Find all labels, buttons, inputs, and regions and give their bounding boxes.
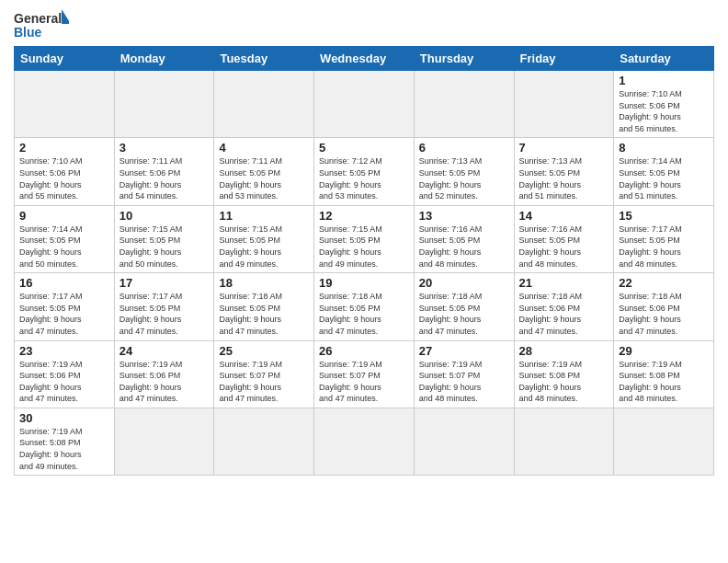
day-info: Sunrise: 7:14 AMSunset: 5:05 PMDaylight:… xyxy=(19,224,109,270)
calendar-cell: 17Sunrise: 7:17 AMSunset: 5:05 PMDayligh… xyxy=(114,273,214,340)
day-number: 29 xyxy=(619,344,709,358)
day-info: Sunrise: 7:19 AMSunset: 5:07 PMDaylight:… xyxy=(319,359,409,405)
day-number: 5 xyxy=(319,141,409,155)
day-info: Sunrise: 7:18 AMSunset: 5:05 PMDaylight:… xyxy=(419,291,509,337)
calendar-cell: 22Sunrise: 7:18 AMSunset: 5:06 PMDayligh… xyxy=(614,273,714,340)
day-number: 9 xyxy=(19,209,109,223)
day-info: Sunrise: 7:19 AMSunset: 5:07 PMDaylight:… xyxy=(419,359,509,405)
day-info: Sunrise: 7:16 AMSunset: 5:05 PMDaylight:… xyxy=(419,224,509,270)
col-header-tuesday: Tuesday xyxy=(214,47,314,71)
day-info: Sunrise: 7:15 AMSunset: 5:05 PMDaylight:… xyxy=(119,224,210,270)
col-header-thursday: Thursday xyxy=(414,47,514,71)
calendar-cell: 15Sunrise: 7:17 AMSunset: 5:05 PMDayligh… xyxy=(614,205,714,272)
calendar-week-row: 23Sunrise: 7:19 AMSunset: 5:06 PMDayligh… xyxy=(15,340,714,408)
day-number: 20 xyxy=(419,276,509,290)
calendar-cell: 27Sunrise: 7:19 AMSunset: 5:07 PMDayligh… xyxy=(414,340,514,408)
day-info: Sunrise: 7:19 AMSunset: 5:07 PMDaylight:… xyxy=(219,359,309,405)
day-info: Sunrise: 7:15 AMSunset: 5:05 PMDaylight:… xyxy=(319,224,409,270)
calendar-cell: 13Sunrise: 7:16 AMSunset: 5:05 PMDayligh… xyxy=(414,205,514,272)
day-info: Sunrise: 7:17 AMSunset: 5:05 PMDaylight:… xyxy=(119,291,210,337)
calendar-cell: 20Sunrise: 7:18 AMSunset: 5:05 PMDayligh… xyxy=(414,273,514,340)
day-info: Sunrise: 7:18 AMSunset: 5:06 PMDaylight:… xyxy=(619,291,709,337)
day-number: 18 xyxy=(219,276,309,290)
calendar-cell: 8Sunrise: 7:14 AMSunset: 5:05 PMDaylight… xyxy=(614,138,714,205)
day-info: Sunrise: 7:18 AMSunset: 5:05 PMDaylight:… xyxy=(319,291,409,337)
calendar-cell: 6Sunrise: 7:13 AMSunset: 5:05 PMDaylight… xyxy=(414,138,514,205)
day-number: 30 xyxy=(19,411,109,425)
calendar-cell: 23Sunrise: 7:19 AMSunset: 5:06 PMDayligh… xyxy=(15,340,115,408)
calendar-cell xyxy=(514,71,614,138)
calendar-cell xyxy=(414,71,514,138)
calendar-cell: 14Sunrise: 7:16 AMSunset: 5:05 PMDayligh… xyxy=(514,205,614,272)
day-number: 26 xyxy=(319,344,409,358)
day-info: Sunrise: 7:14 AMSunset: 5:05 PMDaylight:… xyxy=(619,155,709,201)
calendar-cell xyxy=(15,71,115,138)
day-number: 8 xyxy=(619,141,709,155)
col-header-friday: Friday xyxy=(514,47,614,71)
day-info: Sunrise: 7:19 AMSunset: 5:08 PMDaylight:… xyxy=(19,426,109,472)
logo: General Blue xyxy=(14,9,69,42)
day-number: 12 xyxy=(319,209,409,223)
calendar-cell: 26Sunrise: 7:19 AMSunset: 5:07 PMDayligh… xyxy=(314,340,415,408)
day-number: 13 xyxy=(419,209,509,223)
day-info: Sunrise: 7:15 AMSunset: 5:05 PMDaylight:… xyxy=(219,224,309,270)
day-number: 1 xyxy=(619,74,709,87)
calendar-cell: 3Sunrise: 7:11 AMSunset: 5:06 PMDaylight… xyxy=(114,138,214,205)
day-info: Sunrise: 7:11 AMSunset: 5:06 PMDaylight:… xyxy=(119,155,210,201)
calendar-cell: 25Sunrise: 7:19 AMSunset: 5:07 PMDayligh… xyxy=(214,340,314,408)
calendar-cell: 9Sunrise: 7:14 AMSunset: 5:05 PMDaylight… xyxy=(15,205,115,272)
calendar-week-row: 1Sunrise: 7:10 AMSunset: 5:06 PMDaylight… xyxy=(15,71,714,138)
calendar-cell xyxy=(314,71,415,138)
calendar-cell xyxy=(614,408,714,475)
calendar-cell: 19Sunrise: 7:18 AMSunset: 5:05 PMDayligh… xyxy=(314,273,415,340)
calendar-cell: 11Sunrise: 7:15 AMSunset: 5:05 PMDayligh… xyxy=(214,205,314,272)
day-number: 25 xyxy=(219,344,309,358)
day-number: 11 xyxy=(219,209,309,223)
calendar-cell xyxy=(314,408,415,475)
day-number: 6 xyxy=(419,141,509,155)
calendar-cell: 5Sunrise: 7:12 AMSunset: 5:05 PMDaylight… xyxy=(314,138,415,205)
calendar-header-row: SundayMondayTuesdayWednesdayThursdayFrid… xyxy=(15,47,714,71)
day-info: Sunrise: 7:10 AMSunset: 5:06 PMDaylight:… xyxy=(619,88,709,134)
day-info: Sunrise: 7:12 AMSunset: 5:05 PMDaylight:… xyxy=(319,155,409,201)
calendar-cell xyxy=(414,408,514,475)
calendar-cell: 18Sunrise: 7:18 AMSunset: 5:05 PMDayligh… xyxy=(214,273,314,340)
day-info: Sunrise: 7:10 AMSunset: 5:06 PMDaylight:… xyxy=(19,155,109,201)
day-number: 3 xyxy=(119,141,210,155)
col-header-sunday: Sunday xyxy=(15,47,115,71)
calendar-cell xyxy=(214,71,314,138)
day-info: Sunrise: 7:19 AMSunset: 5:06 PMDaylight:… xyxy=(19,359,109,405)
calendar-cell xyxy=(114,408,214,475)
calendar-cell: 24Sunrise: 7:19 AMSunset: 5:06 PMDayligh… xyxy=(114,340,214,408)
day-number: 16 xyxy=(19,276,109,290)
day-number: 22 xyxy=(619,276,709,290)
day-number: 2 xyxy=(19,141,109,155)
day-info: Sunrise: 7:13 AMSunset: 5:05 PMDaylight:… xyxy=(419,155,509,201)
day-number: 14 xyxy=(519,209,609,223)
day-number: 27 xyxy=(419,344,509,358)
calendar-cell: 30Sunrise: 7:19 AMSunset: 5:08 PMDayligh… xyxy=(15,408,115,475)
day-info: Sunrise: 7:19 AMSunset: 5:08 PMDaylight:… xyxy=(519,359,609,405)
col-header-wednesday: Wednesday xyxy=(314,47,415,71)
day-info: Sunrise: 7:18 AMSunset: 5:06 PMDaylight:… xyxy=(519,291,609,337)
day-info: Sunrise: 7:19 AMSunset: 5:06 PMDaylight:… xyxy=(119,359,210,405)
day-number: 19 xyxy=(319,276,409,290)
calendar-cell: 29Sunrise: 7:19 AMSunset: 5:08 PMDayligh… xyxy=(614,340,714,408)
day-info: Sunrise: 7:19 AMSunset: 5:08 PMDaylight:… xyxy=(619,359,709,405)
calendar-week-row: 9Sunrise: 7:14 AMSunset: 5:05 PMDaylight… xyxy=(15,205,714,272)
calendar-cell: 12Sunrise: 7:15 AMSunset: 5:05 PMDayligh… xyxy=(314,205,415,272)
calendar-cell: 4Sunrise: 7:11 AMSunset: 5:05 PMDaylight… xyxy=(214,138,314,205)
day-number: 4 xyxy=(219,141,309,155)
svg-text:Blue: Blue xyxy=(14,25,42,40)
day-info: Sunrise: 7:17 AMSunset: 5:05 PMDaylight:… xyxy=(619,224,709,270)
calendar-cell xyxy=(514,408,614,475)
day-number: 28 xyxy=(519,344,609,358)
generalblue-logo-icon: General Blue xyxy=(14,9,69,42)
calendar-cell: 2Sunrise: 7:10 AMSunset: 5:06 PMDaylight… xyxy=(15,138,115,205)
svg-text:General: General xyxy=(14,11,62,26)
calendar-cell: 16Sunrise: 7:17 AMSunset: 5:05 PMDayligh… xyxy=(15,273,115,340)
calendar-cell: 28Sunrise: 7:19 AMSunset: 5:08 PMDayligh… xyxy=(514,340,614,408)
day-number: 23 xyxy=(19,344,109,358)
day-info: Sunrise: 7:11 AMSunset: 5:05 PMDaylight:… xyxy=(219,155,309,201)
calendar-table: SundayMondayTuesdayWednesdayThursdayFrid… xyxy=(14,46,714,476)
